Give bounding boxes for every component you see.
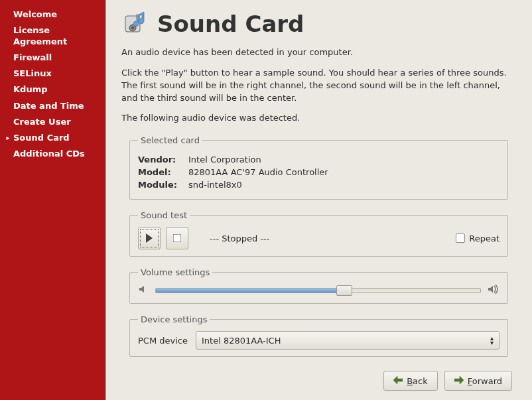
sidebar-item-label: SELinux (12, 68, 101, 79)
sidebar-item-label: Kdump (12, 84, 101, 95)
updown-icon: ▴▾ (490, 336, 494, 345)
selected-card-legend: Selected card (138, 135, 202, 145)
forward-button[interactable]: Forward (444, 371, 512, 391)
sidebar-item-label: Date and Time (12, 101, 101, 111)
checkbox-box (456, 233, 465, 243)
pcm-device-label: PCM device (138, 336, 188, 346)
sidebar-item-label: Firewall (12, 52, 101, 63)
repeat-checkbox[interactable]: Repeat (456, 233, 499, 243)
chevron-right-icon: ▸ (4, 134, 12, 143)
stop-button[interactable] (166, 227, 188, 249)
page-title: Sound Card (157, 11, 304, 37)
sound-card-icon (121, 9, 151, 38)
vendor-value: Intel Corporation (188, 155, 261, 165)
sidebar-item-label: Sound Card (12, 133, 101, 143)
sidebar: Welcome License Agreement Firewall SELin… (0, 0, 105, 400)
sidebar-item-welcome[interactable]: Welcome (0, 7, 105, 23)
sidebar-item-createuser[interactable]: Create User (0, 114, 105, 130)
vendor-label: Vendor: (138, 155, 182, 165)
module-label: Module: (138, 180, 182, 190)
sidebar-item-label: Additional CDs (12, 149, 101, 159)
slider-thumb (336, 285, 352, 296)
sidebar-item-firewall[interactable]: Firewall (0, 50, 105, 66)
intro-text-2: Click the "Play" button to hear a sample… (121, 67, 516, 105)
sidebar-item-additionalcds[interactable]: Additional CDs (0, 146, 105, 162)
back-button[interactable]: Back (383, 371, 438, 391)
volume-legend: Volume settings (138, 267, 212, 277)
sidebar-item-soundcard[interactable]: ▸ Sound Card (0, 130, 105, 146)
selected-card-group: Selected card Vendor: Intel Corporation … (129, 135, 508, 200)
model-value: 82801AA AC'97 Audio Controller (188, 167, 328, 177)
svg-point-2 (131, 27, 134, 29)
volume-settings-group: Volume settings (129, 267, 508, 304)
play-icon (145, 233, 153, 243)
title-row: Sound Card (121, 9, 516, 38)
intro-text-1: An audio device has been detected in you… (121, 46, 516, 59)
playback-status: --- Stopped --- (210, 233, 269, 243)
volume-high-icon (488, 284, 499, 297)
vendor-row: Vendor: Intel Corporation (138, 155, 499, 165)
sidebar-item-label: Create User (12, 117, 101, 127)
arrow-right-icon (454, 376, 464, 386)
volume-slider[interactable] (155, 288, 481, 293)
main-content: Sound Card An audio device has been dete… (105, 0, 532, 400)
pcm-device-select[interactable]: Intel 82801AA-ICH ▴▾ (196, 331, 499, 350)
sidebar-item-label: License Agreement (12, 25, 101, 47)
model-label: Model: (138, 167, 182, 177)
module-value: snd-intel8x0 (188, 180, 242, 190)
sidebar-item-kdump[interactable]: Kdump (0, 82, 105, 98)
svg-rect-3 (173, 234, 181, 242)
intro-text-3: The following audio device was detected. (121, 112, 516, 125)
sidebar-item-datetime[interactable]: Date and Time (0, 98, 105, 114)
model-row: Model: 82801AA AC'97 Audio Controller (138, 167, 499, 177)
device-settings-group: Device settings PCM device Intel 82801AA… (129, 314, 508, 357)
forward-label: Forward (468, 376, 502, 386)
repeat-label: Repeat (469, 233, 499, 243)
back-label: Back (407, 376, 428, 386)
footer: Back Forward (121, 364, 516, 393)
slider-fill (156, 289, 344, 293)
pcm-device-value: Intel 82801AA-ICH (202, 336, 281, 346)
sound-test-legend: Sound test (138, 210, 190, 220)
play-button[interactable] (138, 227, 161, 249)
sidebar-item-license[interactable]: License Agreement (0, 23, 105, 50)
sidebar-item-label: Welcome (12, 9, 101, 20)
volume-low-icon (138, 284, 149, 297)
sidebar-item-selinux[interactable]: SELinux (0, 66, 105, 82)
device-legend: Device settings (138, 314, 210, 324)
sound-test-group: Sound test --- Stopped --- Repeat (129, 210, 508, 257)
module-row: Module: snd-intel8x0 (138, 180, 499, 190)
stop-icon (173, 234, 181, 242)
arrow-left-icon (393, 376, 403, 386)
